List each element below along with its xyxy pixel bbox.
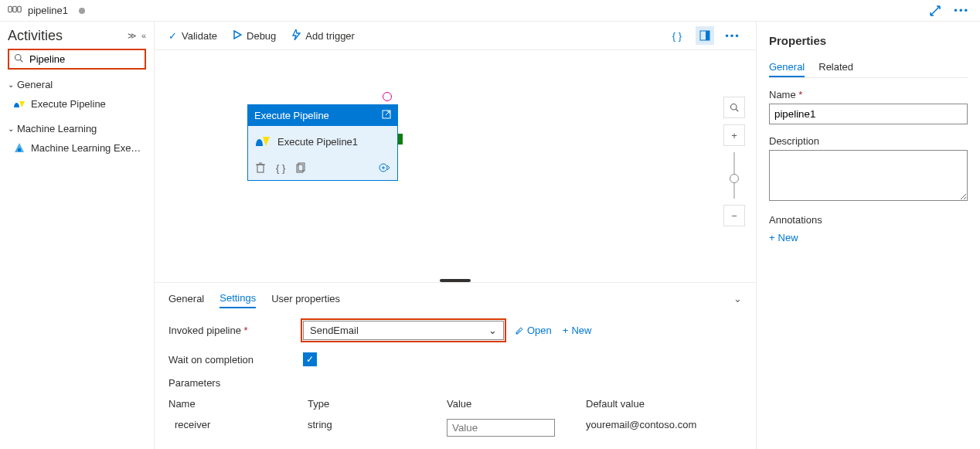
svg-rect-11 bbox=[706, 31, 709, 40]
validation-error-icon bbox=[383, 92, 392, 101]
svg-marker-9 bbox=[293, 29, 300, 40]
zoom-in-button[interactable]: + bbox=[723, 124, 745, 146]
properties-panel: Properties General Related Name Descript… bbox=[756, 22, 980, 449]
name-field-label: Name bbox=[769, 89, 968, 100]
group-general[interactable]: ⌄ General bbox=[8, 79, 146, 90]
open-pipeline-button[interactable]: Open bbox=[515, 325, 552, 336]
svg-point-3 bbox=[15, 55, 22, 61]
zoom-out-button[interactable]: − bbox=[723, 205, 745, 226]
svg-rect-7 bbox=[18, 148, 21, 151]
invoked-pipeline-value: SendEmail bbox=[310, 325, 359, 336]
activity-label: Machine Learning Exe… bbox=[31, 142, 141, 154]
group-label: General bbox=[17, 79, 53, 90]
validate-button[interactable]: ✓ Validate bbox=[168, 30, 217, 42]
tab-general[interactable]: General bbox=[168, 290, 204, 308]
prop-tab-related[interactable]: Related bbox=[818, 58, 853, 77]
svg-line-23 bbox=[736, 109, 738, 111]
collapse-groups-icon[interactable]: ≫ bbox=[128, 31, 137, 41]
execute-pipeline-icon bbox=[12, 97, 26, 111]
param-default: youremail@contoso.com bbox=[586, 419, 740, 437]
group-label: Machine Learning bbox=[17, 123, 97, 134]
prop-tab-general[interactable]: General bbox=[769, 58, 805, 77]
invoked-pipeline-label: Invoked pipeline bbox=[168, 325, 292, 336]
execute-pipeline-icon bbox=[254, 134, 271, 150]
zoom-handle[interactable] bbox=[730, 174, 739, 183]
param-name: receiver bbox=[168, 419, 308, 437]
col-default: Default value bbox=[586, 398, 740, 410]
svg-marker-5 bbox=[19, 101, 25, 107]
code-icon[interactable]: { } bbox=[276, 162, 285, 175]
invoked-pipeline-select[interactable]: SendEmail ⌄ bbox=[303, 321, 504, 340]
svg-rect-2 bbox=[18, 6, 22, 12]
chevron-down-icon: ⌄ bbox=[8, 80, 14, 89]
ml-icon bbox=[12, 141, 26, 155]
open-activity-icon[interactable] bbox=[382, 110, 391, 121]
activity-execute-pipeline[interactable]: Execute Pipeline bbox=[8, 94, 146, 114]
svg-rect-1 bbox=[13, 6, 17, 12]
json-view-button[interactable]: { } bbox=[668, 26, 686, 45]
new-pipeline-button[interactable]: + New bbox=[563, 325, 592, 336]
expand-editor-icon[interactable] bbox=[929, 5, 941, 17]
search-icon bbox=[14, 53, 23, 65]
tab-settings[interactable]: Settings bbox=[219, 289, 256, 308]
add-trigger-button[interactable]: Add trigger bbox=[291, 29, 355, 43]
activity-ml-execute[interactable]: Machine Learning Exe… bbox=[8, 138, 146, 158]
pipeline-description-input[interactable] bbox=[769, 150, 968, 201]
activities-sidebar: Activities ≫ « ⌄ General Execute Pipelin… bbox=[0, 22, 155, 449]
svg-marker-8 bbox=[234, 31, 241, 39]
copy-icon[interactable] bbox=[296, 162, 305, 175]
delete-icon[interactable] bbox=[256, 162, 265, 175]
activity-node[interactable]: Execute Pipeline Execute Pipeline1 { } bbox=[247, 104, 398, 181]
pipeline-icon bbox=[8, 4, 22, 17]
col-name: Name bbox=[168, 398, 308, 410]
pipeline-name-input[interactable] bbox=[769, 104, 968, 124]
activities-title: Activities bbox=[8, 28, 63, 44]
activity-search[interactable] bbox=[8, 49, 146, 70]
collapse-sidebar-icon[interactable]: « bbox=[141, 31, 146, 41]
add-output-icon[interactable] bbox=[379, 162, 390, 175]
chevron-down-icon: ⌄ bbox=[8, 124, 14, 133]
node-type-label: Execute Pipeline bbox=[254, 110, 329, 121]
properties-title: Properties bbox=[769, 34, 968, 47]
editor-toolbar: ✓ Validate Debug Add trigger { } bbox=[155, 22, 756, 50]
svg-rect-0 bbox=[9, 6, 12, 12]
activity-settings-panel: General Settings User properties ⌄ Invok… bbox=[155, 282, 756, 449]
svg-marker-13 bbox=[263, 137, 270, 146]
tab-user-properties[interactable]: User properties bbox=[271, 290, 340, 308]
search-canvas-button[interactable] bbox=[723, 97, 745, 118]
new-annotation-button[interactable]: + New bbox=[769, 232, 798, 243]
annotations-label: Annotations bbox=[769, 214, 968, 226]
pipeline-tab[interactable]: pipeline1 bbox=[0, 0, 155, 21]
more-menu-icon[interactable]: ••• bbox=[954, 5, 969, 16]
svg-rect-14 bbox=[257, 165, 264, 172]
properties-toggle-button[interactable] bbox=[696, 26, 714, 45]
description-field-label: Description bbox=[769, 135, 968, 147]
check-icon: ✓ bbox=[168, 30, 177, 42]
parameters-section-label: Parameters bbox=[168, 377, 742, 389]
pipeline-tab-label: pipeline1 bbox=[28, 5, 68, 16]
chevron-down-icon: ⌄ bbox=[488, 325, 497, 336]
collapse-panel-icon[interactable]: ⌄ bbox=[733, 293, 742, 304]
svg-point-22 bbox=[731, 104, 737, 111]
wait-on-completion-label: Wait on completion bbox=[168, 354, 292, 366]
activity-label: Execute Pipeline bbox=[31, 98, 106, 110]
play-icon bbox=[233, 30, 242, 42]
svg-line-4 bbox=[20, 60, 22, 62]
col-value: Value bbox=[447, 398, 586, 410]
unsaved-dot-icon bbox=[79, 8, 85, 14]
table-row: receiver string youremail@contoso.com bbox=[168, 414, 740, 441]
node-title: Execute Pipeline1 bbox=[277, 136, 358, 148]
activity-search-input[interactable] bbox=[28, 53, 140, 66]
toolbar-more-icon[interactable]: ••• bbox=[723, 26, 742, 45]
plus-icon: + bbox=[563, 325, 569, 336]
parameters-table: Name Type Value Default value receiver s… bbox=[168, 393, 740, 441]
debug-button[interactable]: Debug bbox=[233, 30, 276, 42]
wait-on-completion-checkbox[interactable]: ✓ bbox=[303, 352, 317, 366]
param-value-input[interactable] bbox=[447, 419, 555, 437]
group-machine-learning[interactable]: ⌄ Machine Learning bbox=[8, 123, 146, 134]
param-type: string bbox=[308, 419, 447, 437]
zoom-slider[interactable] bbox=[733, 152, 735, 199]
trigger-icon bbox=[291, 29, 301, 43]
pipeline-canvas[interactable]: Execute Pipeline Execute Pipeline1 { } bbox=[155, 50, 756, 279]
col-type: Type bbox=[308, 398, 447, 410]
